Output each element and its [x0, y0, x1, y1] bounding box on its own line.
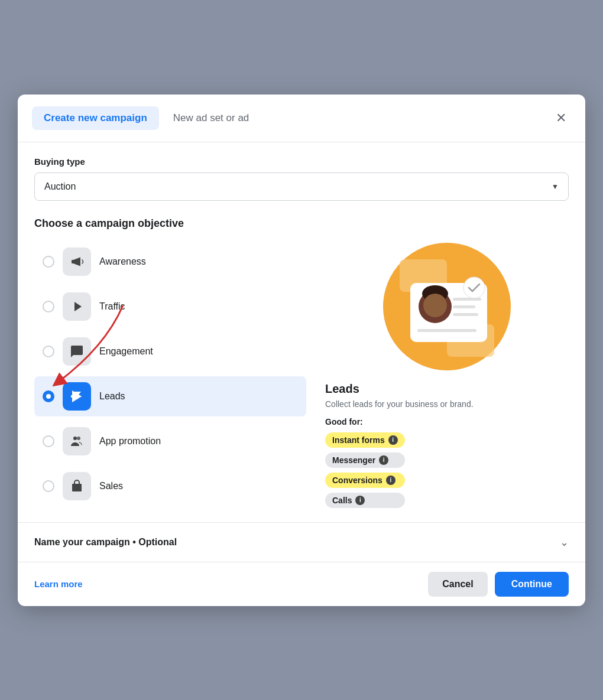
- info-icon-calls[interactable]: i: [355, 496, 365, 505]
- detail-title: Leads: [325, 382, 359, 396]
- detail-panel: Leads Collect leads for your business or…: [325, 242, 569, 508]
- info-icon-conversions[interactable]: i: [386, 476, 395, 485]
- chevron-down-icon: ⌄: [560, 536, 569, 549]
- tab-create-new-campaign[interactable]: Create new campaign: [32, 106, 159, 130]
- name-campaign-label: Name your campaign • Optional: [34, 537, 177, 548]
- tab-new-ad-set[interactable]: New ad set or ad: [173, 112, 249, 124]
- svg-rect-17: [417, 329, 476, 332]
- radio-awareness: [43, 256, 54, 268]
- objective-traffic[interactable]: Traffic: [34, 286, 306, 327]
- info-icon-messenger[interactable]: i: [379, 455, 388, 465]
- cancel-button[interactable]: Cancel: [428, 572, 487, 597]
- modal-header: Create new campaign New ad set or ad ✕: [18, 95, 585, 142]
- content-row: Awareness Traffic: [34, 242, 569, 508]
- leads-icon: [63, 382, 91, 411]
- tag-calls[interactable]: Calls i: [325, 493, 405, 508]
- objective-sales[interactable]: Sales: [34, 466, 306, 506]
- objective-leads[interactable]: Leads: [34, 376, 306, 416]
- name-campaign-section[interactable]: Name your campaign • Optional ⌄: [18, 522, 585, 562]
- modal-body: Buying type Auction ▼ Choose a campaign …: [18, 142, 585, 522]
- tag-conversions[interactable]: Conversions i: [325, 473, 405, 488]
- objective-section-label: Choose a campaign objective: [34, 217, 569, 230]
- traffic-icon: [63, 292, 91, 321]
- sales-label: Sales: [99, 481, 123, 491]
- objective-app-promotion[interactable]: App promotion: [34, 421, 306, 461]
- tag-calls-label: Calls: [332, 496, 352, 505]
- svg-rect-15: [453, 305, 475, 308]
- buying-type-dropdown[interactable]: Auction ▼: [34, 172, 569, 201]
- leads-label: Leads: [99, 391, 125, 402]
- app-promotion-icon: [63, 427, 91, 455]
- tag-messenger-label: Messenger: [332, 455, 375, 465]
- radio-app-promotion: [43, 435, 54, 447]
- app-promotion-label: App promotion: [99, 436, 161, 447]
- objectives-list: Awareness Traffic: [34, 242, 306, 508]
- tag-instant-forms-label: Instant forms: [332, 435, 385, 445]
- footer-buttons: Cancel Continue: [428, 572, 569, 597]
- radio-sales: [43, 480, 54, 492]
- svg-marker-0: [74, 302, 82, 311]
- chevron-down-icon: ▼: [552, 183, 559, 191]
- traffic-label: Traffic: [99, 301, 125, 312]
- svg-rect-16: [453, 313, 478, 316]
- radio-leads: [43, 390, 54, 402]
- buying-type-value: Auction: [44, 181, 76, 192]
- radio-engagement: [43, 346, 54, 357]
- modal-overlay: Create new campaign New ad set or ad ✕ B…: [0, 0, 603, 700]
- svg-point-4: [77, 437, 80, 440]
- svg-point-13: [463, 277, 485, 298]
- svg-point-12: [423, 294, 447, 317]
- leads-illustration: [382, 242, 512, 372]
- tag-messenger[interactable]: Messenger i: [325, 452, 405, 468]
- sales-icon: [63, 472, 91, 500]
- radio-traffic: [43, 301, 54, 312]
- tag-instant-forms[interactable]: Instant forms i: [325, 432, 405, 448]
- awareness-label: Awareness: [99, 256, 146, 267]
- awareness-icon: [63, 248, 91, 276]
- engagement-icon: [63, 337, 91, 366]
- objective-awareness[interactable]: Awareness: [34, 242, 306, 282]
- good-for-label: Good for:: [325, 417, 363, 426]
- detail-description: Collect leads for your business or brand…: [325, 399, 474, 409]
- tag-conversions-label: Conversions: [332, 476, 382, 485]
- engagement-label: Engagement: [99, 346, 153, 357]
- svg-rect-14: [453, 298, 481, 301]
- tags-list: Instant forms i Messenger i Conversions …: [325, 432, 405, 508]
- close-button[interactable]: ✕: [551, 109, 571, 127]
- modal-footer: Learn more Cancel Continue: [18, 562, 585, 606]
- modal-dialog: Create new campaign New ad set or ad ✕ B…: [18, 95, 585, 606]
- learn-more-link[interactable]: Learn more: [34, 579, 83, 589]
- svg-point-3: [73, 437, 77, 440]
- svg-rect-5: [72, 484, 82, 491]
- objective-engagement[interactable]: Engagement: [34, 331, 306, 372]
- info-icon-instant-forms[interactable]: i: [388, 435, 398, 445]
- continue-button[interactable]: Continue: [495, 572, 569, 597]
- buying-type-label: Buying type: [34, 157, 569, 167]
